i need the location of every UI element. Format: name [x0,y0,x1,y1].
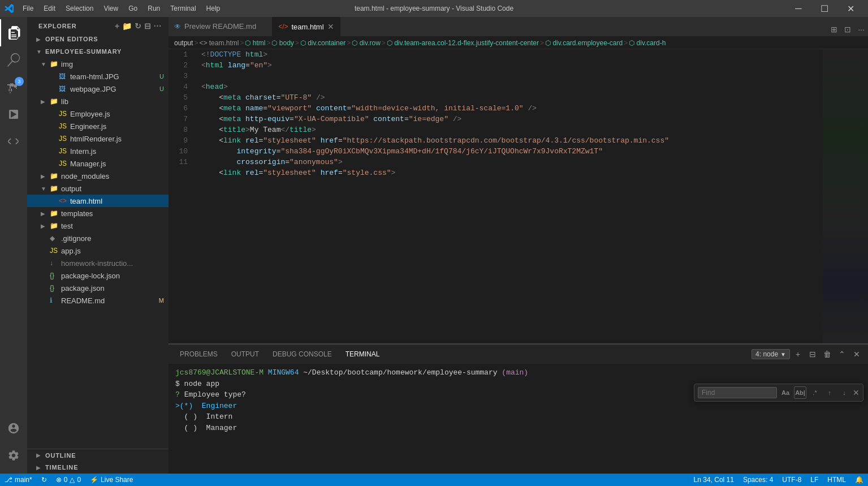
activity-settings[interactable] [0,442,27,469]
kill-terminal-btn[interactable]: 🗑 [821,347,834,361]
close-panel-btn[interactable]: ✕ [850,347,863,361]
status-sync[interactable]: ↻ [37,474,51,486]
add-terminal-btn[interactable]: + [791,347,805,361]
sidebar-item-node-modules[interactable]: ▶ 📁 node_modules [27,170,169,182]
gitignore-icon: ◆ [50,234,59,242]
toggle-panel-btn[interactable]: ⊡ [841,23,854,36]
open-editors-section[interactable]: ▶ OPEN EDITORS [27,33,169,45]
status-right: Ln 34, Col 11 Spaces: 4 UTF-8 LF HTML 🔔 [689,474,868,486]
breadcrumb-card[interactable]: ⬡ div.card.employee-card [545,39,623,47]
menu-terminal[interactable]: Terminal [166,3,200,14]
find-close-btn[interactable]: ✕ [853,388,860,397]
breadcrumb-html[interactable]: ⬡ html [245,39,265,47]
window-title: team.html - employee-summary - Visual St… [355,5,513,12]
find-whole-word-btn[interactable]: Ab| [794,386,806,399]
find-next-btn[interactable]: ↓ [838,386,850,399]
status-cursor-position[interactable]: Ln 34, Col 11 [689,474,739,486]
sidebar-item-readme[interactable]: ▶ ℹ README.md M [27,294,169,307]
breadcrumb-row[interactable]: ⬡ div.row [352,39,380,47]
sidebar-item-homework[interactable]: ▶ ↓ homework-instructio... [27,257,169,269]
breadcrumb-team-area[interactable]: ⬡ div.team-area.col-12.d-flex.justify-co… [387,39,539,47]
status-language[interactable]: HTML [823,474,850,486]
templates-arrow: ▶ [41,210,50,217]
sidebar-item-app-js[interactable]: ▶ JS app.js [27,244,169,257]
status-notifications[interactable]: 🔔 [850,474,868,486]
sidebar-item-employee-summary[interactable]: ▼ EMPLOYEE-SUMMARY [27,45,169,58]
sidebar-item-package-json[interactable]: ▶ {} package.json [27,282,169,294]
close-button[interactable]: ✕ [837,0,863,17]
maximize-panel-btn[interactable]: ⌃ [835,347,849,361]
status-errors[interactable]: ⊗ 0 △ 0 [51,474,85,486]
menu-file[interactable]: File [18,3,38,14]
tab-terminal[interactable]: TERMINAL [339,345,387,364]
employee-js-label: Employee.js [70,110,169,118]
sidebar-item-timeline[interactable]: ▶ TIMELINE [27,461,169,474]
status-encoding[interactable]: UTF-8 [778,474,806,486]
activity-run[interactable] [0,101,27,128]
collapse-icon[interactable]: ⊟ [144,21,152,31]
activity-account[interactable] [0,415,27,442]
status-git-branch[interactable]: ⎇ main* [0,474,37,486]
breadcrumb-html-tag[interactable]: <> team.html [199,39,239,47]
menu-view[interactable]: View [99,3,123,14]
activity-search[interactable] [0,46,27,74]
status-indentation[interactable]: Spaces: 4 [739,474,778,486]
breadcrumb-card-h[interactable]: ⬡ div.card-h [629,39,666,47]
terminal-selector[interactable]: 4: node ▼ [752,349,790,359]
tab-team-html-close[interactable]: ✕ [327,22,334,31]
tab-team-html[interactable]: </> team.html ✕ [273,17,340,36]
sidebar-item-manager-js[interactable]: ▶ JS Manager.js [27,157,169,170]
line-ending-label: LF [810,476,818,484]
status-bar: ⎇ main* ↻ ⊗ 0 △ 0 ⚡ Live Share Ln 34, Co… [0,474,868,486]
menu-help[interactable]: Help [202,3,225,14]
status-line-ending[interactable]: LF [806,474,823,486]
sidebar-item-employee-js[interactable]: ▶ JS Employee.js [27,107,169,120]
status-live-share-left[interactable]: ⚡ Live Share [85,474,137,486]
menu-go[interactable]: Go [124,3,142,14]
new-folder-icon[interactable]: 📁 [122,21,132,31]
find-match-case-btn[interactable]: Aa [779,386,792,399]
more-actions-icon[interactable]: ··· [154,21,162,31]
breadcrumb-body[interactable]: ⬡ body [271,39,293,47]
find-input[interactable] [698,387,777,398]
refresh-icon[interactable]: ↻ [135,21,142,31]
sidebar-item-intern-js[interactable]: ▶ JS Intern.js [27,145,169,157]
tab-output[interactable]: OUTPUT [224,345,266,364]
tab-preview-readme[interactable]: 👁 Preview README.md ✕ [169,17,273,36]
sidebar-item-templates[interactable]: ▶ 📁 templates [27,207,169,220]
sidebar-item-output[interactable]: ▼ 📁 output [27,182,169,195]
terminal-area: Aa Ab| .* ↑ ↓ ✕ jcs8769@JCARLSTONE-M MIN… [169,364,868,474]
sidebar-item-gitignore[interactable]: ▶ ◆ .gitignore [27,232,169,244]
activity-extensions[interactable] [0,128,27,155]
sidebar-item-htmlrenderer-js[interactable]: ▶ JS htmlRenderer.js [27,132,169,145]
maximize-button[interactable]: ☐ [811,0,837,17]
find-regex-btn[interactable]: .* [809,386,821,399]
sidebar-item-img[interactable]: ▼ 📁 img [27,58,169,70]
code-editor[interactable]: 1 2 3 4 5 6 7 8 9 10 11 <!DOCTYPE html> [169,49,868,343]
code-content[interactable]: <!DOCTYPE html> <html lang="en"> <head> … [197,49,823,343]
tab-problems[interactable]: PROBLEMS [173,345,224,364]
activity-explorer[interactable] [0,19,27,46]
sidebar-item-lib[interactable]: ▶ 📁 lib [27,95,169,107]
code-line-11: <link rel="stylesheet" href="style.css"> [201,167,818,178]
tab-debug-console[interactable]: DEBUG CONSOLE [266,345,339,364]
split-terminal-btn[interactable]: ⊟ [806,347,819,361]
menu-edit[interactable]: Edit [39,3,60,14]
sidebar-item-engineer-js[interactable]: ▶ JS Engineer.js [27,120,169,132]
breadcrumb-container[interactable]: ⬡ div.container [300,39,346,47]
new-file-icon[interactable]: + [115,21,120,31]
activity-source-control[interactable]: 3 [0,74,27,101]
menu-run[interactable]: Run [143,3,165,14]
sidebar-item-outline[interactable]: ▶ OUTLINE [27,449,169,461]
split-editor-btn[interactable]: ⊞ [827,23,841,36]
sidebar-item-test[interactable]: ▶ 📁 test [27,220,169,232]
menu-selection[interactable]: Selection [61,3,98,14]
minimize-button[interactable]: ─ [785,0,811,17]
more-actions-editor-btn[interactable]: ··· [854,23,868,36]
sidebar-item-team-html[interactable]: ▶ <> team.html [27,195,169,207]
breadcrumb-output[interactable]: output [174,39,193,47]
sidebar-item-package-lock[interactable]: ▶ {} package-lock.json [27,269,169,282]
find-prev-btn[interactable]: ↑ [823,386,836,399]
sidebar-item-webpage-jpg[interactable]: ▶ 🖼 webpage.JPG U [27,83,169,95]
sidebar-item-team-html-jpg[interactable]: ▶ 🖼 team-html.JPG U [27,70,169,83]
